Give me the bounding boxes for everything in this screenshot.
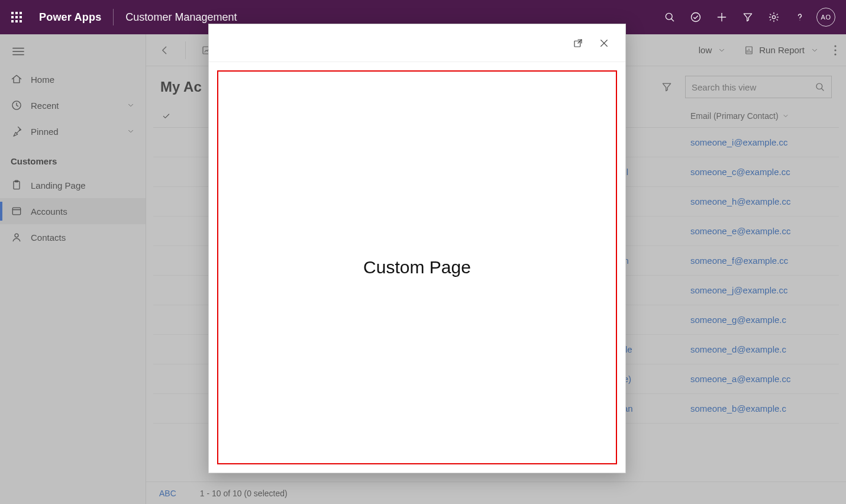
dialog-body: Custom Page <box>217 70 617 464</box>
svg-rect-3 <box>11 16 14 18</box>
svg-rect-6 <box>11 20 14 22</box>
add-icon[interactable] <box>709 4 735 30</box>
svg-rect-5 <box>20 16 22 18</box>
svg-rect-7 <box>15 20 18 22</box>
close-icon[interactable] <box>593 33 615 54</box>
dialog-body-text: Custom Page <box>363 257 471 277</box>
avatar-initials: AO <box>816 8 835 27</box>
svg-rect-1 <box>15 12 18 14</box>
help-icon[interactable] <box>787 4 813 30</box>
dialog-titlebar <box>209 24 625 62</box>
svg-point-11 <box>692 13 700 22</box>
topbar-divider <box>113 9 114 25</box>
filter-icon[interactable] <box>735 4 761 30</box>
user-avatar[interactable]: AO <box>813 4 839 30</box>
popout-icon[interactable] <box>567 33 589 54</box>
svg-point-14 <box>772 15 775 18</box>
svg-rect-4 <box>15 16 18 18</box>
search-icon[interactable] <box>657 4 683 30</box>
svg-line-10 <box>671 19 674 21</box>
svg-rect-2 <box>20 12 22 14</box>
settings-gear-icon[interactable] <box>761 4 787 30</box>
custom-page-dialog: Custom Page <box>208 24 626 473</box>
task-check-icon[interactable] <box>683 4 709 30</box>
app-launcher-icon[interactable] <box>7 8 26 27</box>
app-name-label: Customer Management <box>125 11 237 24</box>
svg-point-15 <box>800 20 800 21</box>
brand-label: Power Apps <box>39 11 101 24</box>
svg-rect-8 <box>20 20 22 22</box>
svg-rect-0 <box>11 12 14 14</box>
